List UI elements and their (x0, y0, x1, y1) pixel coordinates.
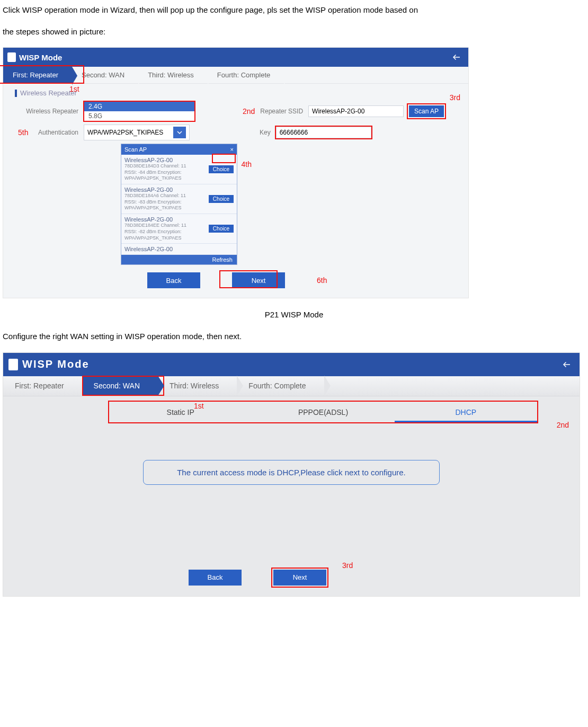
scan-ap-panel: Scan AP × WirelessAP-2G-0078D38DE184D3 C… (121, 144, 237, 265)
anno-box-2-1 (82, 376, 164, 396)
anno-3rd: 3rd (450, 93, 460, 102)
anno-box-2-2 (108, 401, 538, 423)
window-title: WISP Mode (19, 53, 62, 62)
step-complete-2[interactable]: Fourth: Complete (237, 376, 324, 396)
key-input[interactable]: 66666666 (276, 127, 371, 138)
window-titlebar-2: WISP Mode (3, 353, 580, 376)
intro-text-1: Click WISP operation mode in Wizard, the… (3, 4, 585, 16)
dhcp-info-message: The current access mode is DHCP,Please c… (143, 460, 440, 485)
anno2-2nd: 2nd (557, 421, 569, 429)
app-icon (8, 359, 18, 370)
band-select[interactable]: 2.4G 5.8G (84, 101, 195, 121)
scan-ap-item[interactable]: WirelessAP-2G-00 (121, 244, 237, 255)
anno-2nd: 2nd (243, 107, 255, 116)
step-complete[interactable]: Fourth: Complete (208, 67, 284, 83)
scan-panel-header: Scan AP (124, 146, 147, 153)
intro-text-2: the stepes showed in picture: (3, 26, 585, 38)
back-icon[interactable] (449, 51, 464, 63)
wizard-steps-2: First: Repeater Second: WAN Third: Wirel… (3, 376, 580, 396)
window-title-2: WISP Mode (22, 358, 90, 370)
anno-5th: 5th (18, 128, 28, 137)
step-wan-2[interactable]: Second: WAN (82, 376, 158, 396)
figure-caption-1: P21 WISP Mode (3, 310, 585, 319)
step-wireless[interactable]: Third: Wireless (138, 67, 208, 83)
authentication-select[interactable]: WPA/WPA2PSK_TKIPAES (84, 125, 190, 140)
anno-box-2-3 (271, 568, 328, 588)
chevron-down-icon (173, 127, 186, 138)
anno-box-1 (0, 65, 84, 84)
close-icon[interactable]: × (230, 146, 234, 153)
figure-wisp-mode-1: WISP Mode First: Repeater Second: WAN Th… (3, 47, 469, 298)
back-button-2[interactable]: Back (189, 570, 242, 586)
anno-box-2 (83, 101, 195, 122)
window-titlebar: WISP Mode (3, 48, 468, 67)
app-icon (7, 52, 16, 62)
choice-button[interactable]: Choice (209, 225, 234, 233)
scan-ap-item[interactable]: WirelessAP-2G-0078D38DE184A6 Channel: 11… (121, 184, 237, 214)
anno-6th: 6th (317, 276, 327, 285)
label-wireless-repeater: Wireless Repeater (15, 108, 78, 115)
anno-box-5 (275, 126, 372, 139)
choice-button[interactable]: Choice (209, 165, 234, 173)
repeater-ssid-input[interactable]: WirelessAP-2G-00 (308, 105, 404, 117)
back-button[interactable]: Back (147, 272, 200, 288)
anno-4th: 4th (242, 160, 252, 169)
choice-button[interactable]: Choice (209, 195, 234, 203)
anno-box-6 (219, 270, 278, 288)
label-key: Key (260, 129, 271, 136)
wan-instruction: Configure the right WAN setting in WISP … (3, 331, 585, 343)
figure-wisp-mode-2: WISP Mode First: Repeater Second: WAN Th… (3, 352, 580, 597)
label-repeater-ssid: Repeater SSID (260, 108, 303, 115)
anno2-3rd: 3rd (342, 561, 353, 570)
anno-box-4 (212, 154, 236, 163)
scan-ap-item[interactable]: WirelessAP-2G-0078D38DE184EE Channel: 11… (121, 214, 237, 244)
scan-refresh-button[interactable]: Refresh (121, 255, 237, 264)
step-wireless-2[interactable]: Third: Wireless (158, 376, 237, 396)
step-repeater-2[interactable]: First: Repeater (3, 376, 82, 396)
section-heading: Wireless Repeater (15, 89, 462, 97)
anno-1st: 1st (69, 85, 79, 93)
back-icon[interactable] (559, 359, 574, 370)
anno-box-3 (407, 103, 446, 119)
